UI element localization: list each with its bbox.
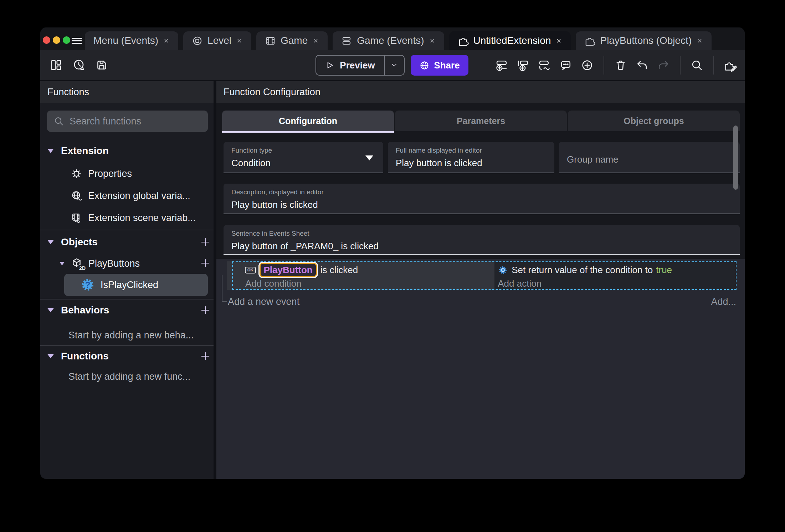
item-label: Properties (88, 168, 132, 179)
field-label: Full name displayed in editor (396, 147, 547, 154)
minimize-window-button[interactable] (53, 36, 60, 44)
extension-section[interactable]: Extension (40, 143, 214, 159)
add-object-button[interactable] (200, 237, 211, 247)
field-value: Play button is clicked (231, 199, 733, 210)
tab-game[interactable]: Game (256, 31, 328, 50)
collapse-triangle-icon[interactable] (47, 354, 54, 358)
sidebar-header: Functions (40, 81, 214, 103)
close-icon[interactable] (236, 37, 243, 44)
add-subevent-icon[interactable] (517, 59, 529, 72)
divider (40, 299, 214, 300)
sidebar-item-global-variables[interactable]: Extension global varia... (40, 188, 214, 203)
circle-plus-icon[interactable] (581, 59, 594, 72)
close-icon[interactable] (312, 37, 319, 44)
sidebar-item-isplayclicked[interactable]: ? IsPlayClicked (64, 274, 208, 296)
close-icon[interactable] (429, 37, 436, 44)
add-more-button[interactable]: Add... (711, 295, 736, 309)
save-icon[interactable] (95, 58, 108, 72)
add-object-function-button[interactable] (200, 258, 211, 268)
group-name-field[interactable]: Group name (559, 142, 740, 173)
panel-divider[interactable] (214, 81, 216, 479)
tab-label: Game (Events) (357, 35, 424, 46)
tab-label: Game (281, 35, 308, 46)
tab-menu-events[interactable]: Menu (Events) (85, 31, 178, 50)
tab-configuration[interactable]: Configuration (222, 111, 394, 131)
add-other-event-icon[interactable] (538, 59, 551, 72)
condition-function-icon: ? (80, 277, 95, 292)
tab-object-groups[interactable]: Object groups (568, 111, 740, 131)
toolbar-separator (604, 56, 604, 75)
share-button[interactable]: Share (411, 55, 468, 76)
functions-section[interactable]: Functions (40, 348, 214, 364)
add-action-button[interactable]: Add action (494, 278, 737, 289)
tab-label: Configuration (279, 116, 337, 126)
close-icon[interactable] (696, 37, 703, 44)
behaviors-empty-label: Start by adding a new beha... (40, 328, 214, 342)
scrollbar-thumb[interactable] (733, 126, 738, 190)
traffic-lights (43, 36, 70, 44)
action-value: true (656, 265, 672, 276)
undo-icon[interactable] (636, 59, 648, 72)
sidebar-item-properties[interactable]: Properties (40, 166, 214, 181)
collapse-triangle-icon[interactable] (47, 240, 54, 244)
add-condition-button[interactable]: Add condition (227, 278, 494, 289)
edit-extension-icon[interactable] (724, 59, 737, 72)
search-icon (53, 116, 64, 127)
play-icon (325, 61, 335, 70)
delete-icon[interactable] (614, 59, 627, 72)
app-window: Menu (Events) Level Game Game (Events) U (40, 27, 745, 479)
tree-guide (222, 275, 222, 302)
condition-object-chip[interactable]: PlayButton (260, 263, 317, 277)
redo-icon[interactable] (657, 59, 670, 72)
tab-parameters[interactable]: Parameters (395, 111, 567, 131)
field-value: Play button of _PARAM0_ is clicked (231, 241, 733, 252)
tab-label: Menu (Events) (93, 35, 158, 46)
preview-options-button[interactable] (385, 56, 404, 75)
add-function-button[interactable] (200, 351, 211, 362)
add-event-icon[interactable] (495, 59, 508, 72)
add-new-event-button[interactable]: Add a new event (228, 295, 299, 309)
maximize-window-button[interactable] (63, 36, 70, 44)
section-label: Objects (61, 236, 98, 248)
close-icon[interactable] (555, 37, 562, 44)
function-type-select[interactable]: Function type Condition (224, 142, 383, 173)
conditions-cell[interactable]: OK PlayButton is clicked Add condition (227, 261, 494, 290)
sentence-field[interactable]: Sentence in Events Sheet Play button of … (224, 225, 740, 255)
sidebar-item-playbuttons[interactable]: 2D PlayButtons (40, 255, 214, 272)
collapse-triangle-icon[interactable] (47, 149, 54, 153)
version-history-icon[interactable] (72, 58, 86, 72)
field-label: Description, displayed in editor (231, 188, 733, 196)
sidebar-title: Functions (47, 87, 89, 98)
field-label: Function type (231, 147, 376, 154)
search-functions-input[interactable] (70, 116, 191, 127)
badge-2d: 2D (78, 265, 86, 271)
full-name-field[interactable]: Full name displayed in editor Play butto… (388, 142, 554, 173)
collapse-triangle-icon[interactable] (59, 262, 65, 265)
objects-section[interactable]: Objects (40, 234, 214, 250)
panels-layout-icon[interactable] (50, 58, 63, 72)
actions-cell[interactable]: Set return value of the condition to tru… (494, 261, 737, 290)
tab-game-events[interactable]: Game (Events) (333, 31, 444, 50)
tab-untitled-extension[interactable]: UntitledExtension (449, 31, 571, 50)
close-window-button[interactable] (43, 36, 50, 44)
main-menu-icon[interactable] (72, 38, 82, 44)
collapse-triangle-icon[interactable] (47, 308, 54, 312)
puzzle-icon (584, 35, 595, 46)
preview-button[interactable]: Preview (315, 55, 405, 76)
event-row[interactable]: OK PlayButton is clicked Add condition S… (227, 261, 737, 290)
tab-label: UntitledExtension (473, 35, 551, 46)
sidebar-item-scene-variables[interactable]: Extension scene variab... (40, 210, 214, 225)
tab-label: Parameters (457, 116, 505, 126)
description-field[interactable]: Description, displayed in editor Play bu… (224, 184, 740, 214)
item-label: Extension global varia... (88, 190, 190, 201)
search-functions-box[interactable] (47, 111, 208, 132)
tab-playbuttons-object[interactable]: PlayButtons (Object) (576, 31, 712, 50)
add-behavior-button[interactable] (200, 305, 211, 316)
add-comment-icon[interactable] (559, 59, 572, 72)
configuration-tabs: Configuration Parameters Object groups (222, 111, 740, 131)
tab-level[interactable]: Level (183, 31, 251, 50)
divider (40, 230, 214, 230)
behaviors-section[interactable]: Behaviors (40, 302, 214, 318)
close-icon[interactable] (163, 37, 170, 44)
search-icon[interactable] (691, 59, 703, 72)
